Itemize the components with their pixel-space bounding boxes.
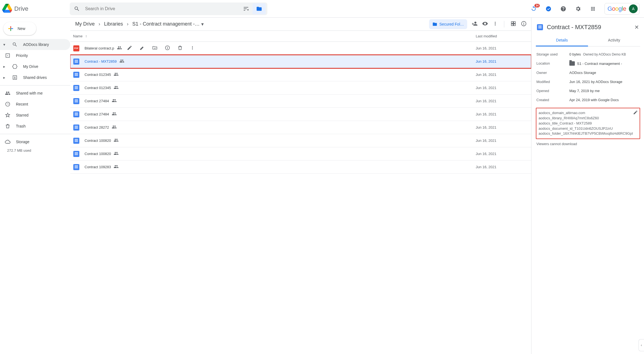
sidebar-item-label: Starred — [16, 113, 29, 117]
file-date: Jun 16, 2021 — [476, 139, 525, 143]
sidebar-item-label: My Drive — [23, 64, 38, 69]
mydrive-icon — [12, 64, 18, 69]
tab-activity[interactable]: Activity — [588, 35, 640, 46]
sidebar-item-shared-drives[interactable]: ▸ Shared drives — [0, 72, 70, 83]
column-name[interactable]: Name ↑ — [73, 34, 476, 38]
sync-icon[interactable]: 34 — [528, 3, 539, 14]
search-input[interactable] — [82, 6, 240, 11]
file-name: Contract 27484 — [85, 112, 109, 116]
brand[interactable]: Drive — [2, 3, 68, 14]
breadcrumb-current[interactable]: S1 - Contract management -… ▾ — [131, 20, 205, 28]
svg-rect-3 — [435, 24, 436, 25]
shared-icon — [119, 59, 124, 64]
header: Drive 34 Google A — [0, 0, 644, 18]
help-icon[interactable] — [558, 3, 569, 14]
prop-storage-used-value: 0 bytes — [569, 52, 581, 56]
prop-location-value[interactable]: S1 - Contract management - — [569, 61, 640, 66]
new-button[interactable]: New — [3, 22, 36, 35]
shared-icon — [114, 85, 119, 91]
preview-eye-icon[interactable] — [482, 21, 488, 27]
file-row[interactable]: Contract 28272Jun 16, 2021 — [70, 121, 531, 134]
open-with-icon[interactable] — [127, 45, 132, 51]
sidebar-item-aodocs-library[interactable]: ▾ AODocs library — [0, 39, 70, 50]
sidebar-item-priority[interactable]: Priority — [0, 50, 70, 61]
search-options-icon[interactable] — [240, 3, 251, 14]
sidebar-item-label: Shared with me — [16, 91, 43, 95]
avatar[interactable]: A — [629, 4, 638, 13]
breadcrumb: My Drive › Libraries › S1 - Contract man… — [74, 20, 428, 28]
move-to-icon[interactable] — [152, 45, 158, 51]
account-switcher[interactable]: Google A — [604, 3, 640, 15]
sidebar-item-label: Trash — [16, 124, 26, 128]
breadcrumb-current-label: S1 - Contract management -… — [132, 21, 200, 27]
drive-logo-icon — [2, 3, 12, 14]
file-row[interactable]: Contract 27484Jun 16, 2021 — [70, 95, 531, 108]
shared-icon — [117, 45, 122, 51]
secured-folder-pill[interactable]: Secured Fol… — [429, 19, 467, 29]
file-date: Jun 16, 2021 — [476, 59, 525, 63]
shared-icon — [114, 138, 119, 143]
shared-icon — [114, 72, 119, 78]
file-date: Jun 16, 2021 — [476, 99, 525, 103]
search-icon — [12, 42, 18, 47]
more-vert-icon[interactable] — [190, 45, 195, 51]
file-row[interactable]: Contract 27484Jun 16, 2021 — [70, 108, 531, 121]
prop-opened-value: May 7, 2019 by me — [569, 89, 640, 93]
sidebar-item-trash[interactable]: Trash — [0, 121, 70, 132]
description-box[interactable]: aodocs_domain_altirnao.com aodocs_librar… — [536, 108, 640, 139]
search-bar — [70, 2, 267, 15]
share-person-add-icon[interactable] — [472, 21, 478, 27]
main-panel: My Drive › Libraries › S1 - Contract man… — [70, 18, 531, 354]
sidebar-item-my-drive[interactable]: ▸ My Drive — [0, 61, 70, 72]
breadcrumb-my-drive[interactable]: My Drive — [74, 20, 96, 28]
file-row[interactable]: Contract - MXT2859Jun 16, 2021 — [70, 55, 531, 68]
edit-pencil-icon[interactable] — [139, 45, 145, 51]
collapse-side-panel[interactable]: ‹ — [639, 339, 644, 351]
file-name: Contract - MXT2859 — [85, 59, 117, 63]
prop-opened-key: Opened — [536, 89, 569, 93]
breadcrumb-libraries[interactable]: Libraries — [102, 20, 125, 28]
prop-storage-used-note: Owned by AODocs Demo KB — [583, 52, 626, 56]
shared-icon — [112, 98, 117, 104]
doc-icon — [537, 24, 543, 30]
sidebar-item-starred[interactable]: Starred — [0, 110, 70, 121]
shared-icon — [112, 111, 117, 117]
grid-view-icon[interactable] — [510, 21, 516, 27]
more-vert-icon[interactable] — [492, 21, 498, 27]
pdf-icon: PDF — [73, 45, 79, 51]
apps-grid-icon[interactable] — [587, 3, 598, 14]
file-row[interactable]: Contract 012345Jun 16, 2021 — [70, 81, 531, 95]
file-row[interactable]: Contract 100820Jun 16, 2021 — [70, 134, 531, 147]
sidebar-item-shared-with-me[interactable]: Shared with me — [0, 88, 70, 99]
toolbar: My Drive › Libraries › S1 - Contract man… — [70, 18, 531, 31]
settings-gear-icon[interactable] — [573, 3, 584, 14]
file-row[interactable]: Contract 012345Jun 16, 2021 — [70, 68, 531, 81]
doc-icon — [73, 151, 79, 157]
doc-icon — [73, 125, 79, 131]
file-name: Contract 100820 — [85, 139, 111, 143]
chevron-right-icon[interactable]: ▸ — [2, 75, 7, 80]
trash-icon[interactable] — [177, 45, 183, 51]
column-last-modified[interactable]: Last modified — [476, 34, 525, 38]
file-row[interactable]: PDFBilateral contract.pJun 16, 2021 — [70, 42, 531, 55]
file-row[interactable]: Contract 100820Jun 16, 2021 — [70, 147, 531, 161]
sidebar-item-recent[interactable]: Recent — [0, 99, 70, 110]
sidebar-item-storage[interactable]: Storage — [0, 136, 70, 147]
details-tabs: Details Activity — [536, 35, 640, 46]
new-button-label: New — [18, 26, 25, 31]
offline-ready-icon[interactable] — [543, 3, 554, 14]
sidebar-item-label: Storage — [16, 140, 29, 144]
file-row[interactable]: Contract 109283Jun 16, 2021 — [70, 161, 531, 174]
tab-details[interactable]: Details — [536, 35, 588, 46]
chevron-right-icon[interactable]: ▸ — [2, 64, 7, 69]
chevron-down-icon[interactable]: ▾ — [2, 42, 7, 47]
prop-modified-value: Jun 16, 2021 by AODocs Storage — [569, 80, 640, 84]
close-icon[interactable]: ✕ — [634, 24, 639, 31]
search-icon[interactable] — [71, 3, 82, 14]
info-icon[interactable] — [521, 21, 527, 27]
edit-pencil-icon[interactable] — [633, 110, 638, 117]
column-headers: Name ↑ Last modified — [70, 31, 531, 42]
smartbar-folder-search-icon[interactable] — [253, 3, 266, 14]
info-icon[interactable] — [165, 45, 170, 51]
file-name: Contract 109283 — [85, 165, 111, 169]
